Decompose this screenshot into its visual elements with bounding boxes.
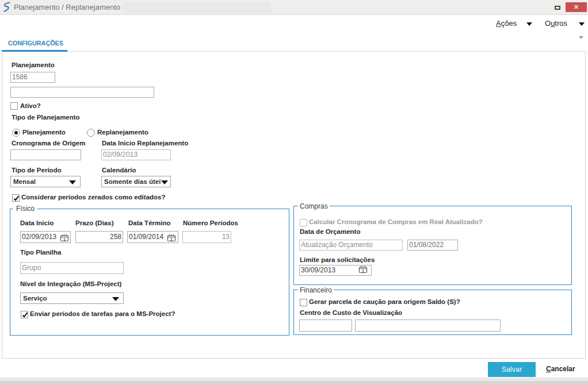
svg-text:1: 1: [362, 269, 364, 273]
svg-text:1: 1: [170, 237, 173, 241]
svg-text:1: 1: [63, 237, 66, 241]
